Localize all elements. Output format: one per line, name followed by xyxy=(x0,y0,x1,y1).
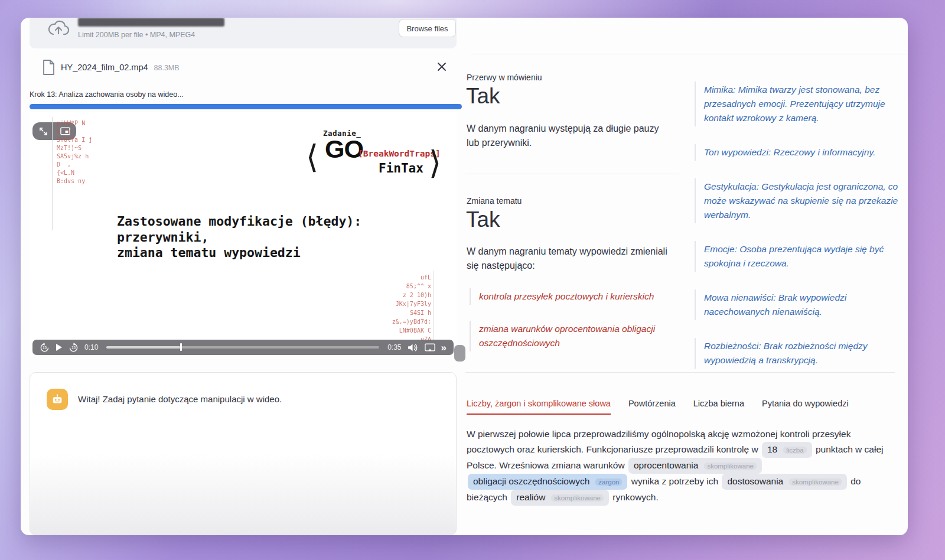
assistant-avatar xyxy=(47,389,68,410)
tab[interactable]: Powtórzenia xyxy=(628,399,676,415)
behavior-note: Mowa nienawiści: Brak wypowiedzi nacecho… xyxy=(695,289,902,320)
glitch-line: S4SI h xyxy=(371,308,431,317)
file-uploader-dropzone[interactable]: Limit 200MB per file • MP4, MPEG4 Browse… xyxy=(30,18,457,48)
skip-icon[interactable]: » xyxy=(441,343,447,353)
behavior-note: Gestykulacja: Gestykulacja jest ogranicz… xyxy=(695,178,902,223)
annotated-term-complex: oprocentowaniaskomplikowane xyxy=(628,458,762,474)
seek-bar-knob[interactable] xyxy=(180,343,182,351)
behavior-notes: Mimika: Mimika twarzy jest stonowana, be… xyxy=(695,82,902,386)
glitch-text-right: ufL85;^^ xz 2 10)hJKx|7yF3lyS4SI hz&,=)y… xyxy=(371,273,431,344)
topic-section-title: Zmiana tematu xyxy=(467,196,522,206)
logo-left-bracket: ⟨ xyxy=(306,138,318,175)
glitch-line: LN#0BAK C xyxy=(371,326,431,335)
logo-product: FinTax xyxy=(379,161,423,175)
glitch-line: MzT!)~S xyxy=(57,144,92,152)
progress-status-text: Krok 13: Analiza zachowania osoby na wid… xyxy=(30,90,184,99)
rewind-15-icon[interactable]: 15 xyxy=(40,343,50,353)
tab[interactable]: Pytania do wypowiedzi xyxy=(762,399,849,415)
divider-top xyxy=(471,54,908,54)
video-player[interactable]: pihW*P NG ^uSYUlfa I jMzT!)~SSA5vj%z hD … xyxy=(30,112,457,356)
pauses-description: W danym nagraniu występują za długie pau… xyxy=(467,122,667,150)
modifications-text: Zastosowane modyfikacje (błędy):przerywn… xyxy=(117,214,361,261)
forward-15-icon[interactable]: 15 xyxy=(69,343,79,353)
svg-text:15: 15 xyxy=(71,346,76,350)
annotated-term-complex: dostosowaniaskomplikowane xyxy=(722,474,846,490)
transcript-text: W pierwszej połowie lipca przeprowadzili… xyxy=(467,426,897,506)
cast-icon[interactable] xyxy=(425,343,435,352)
behavior-note: Ton wypowiedzi: Rzeczowy i informacyjny. xyxy=(695,144,902,161)
glitch-line: z 2 10)h xyxy=(371,291,431,299)
topic-value: Tak xyxy=(466,207,500,232)
annotated-term-number: 18liczba xyxy=(762,442,812,458)
robot-icon xyxy=(51,393,64,406)
svg-text:15: 15 xyxy=(43,346,47,350)
logo-brand: [BreakWordTraps] xyxy=(358,149,441,158)
play-icon[interactable] xyxy=(56,343,63,351)
glitch-line: JKx|7yF3ly xyxy=(371,299,431,308)
divider-sections xyxy=(465,174,679,174)
pauses-value: Tak xyxy=(466,84,500,109)
scrollbar-thumb[interactable] xyxy=(454,345,465,362)
logo-right-bracket: ⟩ xyxy=(429,144,441,181)
volume-icon[interactable] xyxy=(408,343,419,352)
modification-line: Zastosowane modyfikacje (błędy): xyxy=(117,214,361,230)
topic-description: W danym nagraniu tematy wypowiedzi zmien… xyxy=(467,245,673,273)
upload-limit-text: Limit 200MB per file • MP4, MPEG4 xyxy=(78,31,195,39)
dropzone-label-cropped xyxy=(78,18,224,27)
app-card: Limit 200MB per file • MP4, MPEG4 Browse… xyxy=(21,18,908,535)
glitch-line: {<L.N xyxy=(57,169,92,177)
pauses-section-title: Przerwy w mówieniu xyxy=(467,73,542,82)
annotated-term-jargon: obligacji oszczędnościowychżargon xyxy=(468,474,627,490)
analysis-tabs: Liczby, żargon i skomplikowane słowaPowt… xyxy=(467,399,849,415)
behavior-note: Mimika: Mimika twarzy jest stonowana, be… xyxy=(695,82,902,126)
modification-line: przerywniki, xyxy=(117,230,361,246)
modification-line: zmiana tematu wypowiedzi xyxy=(117,245,361,261)
topic-quotes: kontrola przesyłek pocztowych i kuriersk… xyxy=(470,288,664,367)
remove-file-button[interactable] xyxy=(436,61,448,73)
glitch-line: D , xyxy=(57,161,92,169)
glitch-line: pihW*P N xyxy=(57,119,92,128)
glitch-line: 85;^^ x xyxy=(371,282,431,291)
glitch-text-left: pihW*P NG ^uSYUlfa I jMzT!)~SSA5vj%z hD … xyxy=(57,119,92,185)
uploaded-file-name: HY_2024_film_02.mp488.3MB xyxy=(61,63,180,72)
glitch-line: ufL xyxy=(371,273,431,282)
behavior-note: Rozbieżności: Brak rozbieżności między w… xyxy=(695,338,902,369)
fullscreen-icon[interactable] xyxy=(39,127,48,136)
glitch-line: SA5vj%z h xyxy=(57,152,92,161)
topic-quote: kontrola przesyłek pocztowych i kuriersk… xyxy=(470,288,664,305)
tab[interactable]: Liczba bierna xyxy=(693,399,744,415)
divider-bottom xyxy=(465,372,895,373)
uploaded-file-size: 88.3MB xyxy=(154,64,180,72)
annotated-term-complex: realiówskomplikowane xyxy=(511,490,609,506)
glitch-line: z&,=)yBd7d; xyxy=(371,317,431,326)
seek-bar[interactable] xyxy=(106,346,379,349)
glitch-line: SYUlfa I j xyxy=(57,136,92,144)
progress-bar xyxy=(30,104,462,109)
seek-bar-played xyxy=(106,346,180,349)
duration: 0:35 xyxy=(387,343,401,351)
glitch-line: G ^u xyxy=(57,128,92,136)
chat-welcome-message: Witaj! Zadaj pytanie dotyczące manipulac… xyxy=(78,394,282,404)
upload-cloud-icon xyxy=(47,20,70,38)
browse-files-button[interactable]: Browse files xyxy=(399,19,456,37)
glitch-ruler-left xyxy=(52,117,53,230)
current-time: 0:10 xyxy=(84,343,98,351)
file-icon xyxy=(43,60,55,76)
video-control-bar: 15 15 0:10 0:35 xyxy=(32,340,454,355)
glitch-line: B:dvs ny xyxy=(57,177,92,185)
behavior-note: Emocje: Osoba prezentująca wydaje się by… xyxy=(695,241,902,272)
glitch-ruler-right xyxy=(434,271,434,351)
tab[interactable]: Liczby, żargon i skomplikowane słowa xyxy=(467,399,611,415)
topic-quote: zmiana warunków oprocentowania obligacji… xyxy=(470,321,664,351)
